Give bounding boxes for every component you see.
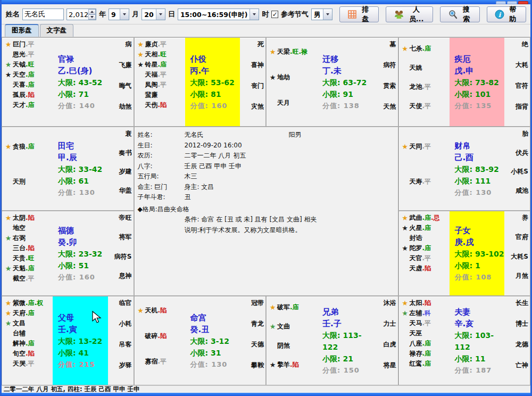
star-list: ★贪狼.庙天刑 — [2, 127, 53, 210]
star-name: 阴煞 — [277, 341, 290, 350]
green-star-icon: ★ — [4, 234, 13, 242]
toolbar: 姓名 2,012 年 9 月 20 日 15:00~16:59(申时) 时 ✓ … — [2, 4, 530, 24]
mouse-cursor — [92, 311, 103, 324]
star-name: 火星 — [410, 224, 422, 233]
maximize-button[interactable] — [507, 1, 517, 4]
star-rating: .庙 — [26, 101, 35, 110]
minor-limit: 小限: 21 — [322, 353, 372, 365]
palace-cell-chou[interactable]: ★天机.陷破碎.陷寡宿.平 命宫 癸.丑 大限: 3-12 小限: 31 分值:… — [134, 296, 267, 385]
palace-score: 分值: 130 — [58, 187, 108, 198]
star-entry: 天月 — [268, 98, 317, 108]
palace-cell-si[interactable]: ★巨门.平恩光.平★天钺.旺★天空.庙天喜.庙孤辰.陷天才.庙 官禄 乙.巳(身… — [2, 37, 134, 127]
palace-center: 迁移 丁.未 大限: 63-72 小限: 91 分值: 138 — [317, 38, 372, 126]
search-icon — [448, 10, 458, 19]
palace-score: 分值: 130 — [455, 187, 505, 198]
chevron-down-icon[interactable] — [250, 9, 259, 20]
palace-name: 田宅 — [58, 140, 108, 152]
star-entry: ★天相.旺 — [136, 50, 185, 60]
window-bottom-border — [2, 393, 530, 396]
gender-select[interactable]: 男 — [311, 9, 332, 20]
chevron-down-icon[interactable] — [156, 9, 165, 20]
palace-cell-you[interactable]: ★天同.平天寿.平 财帛 己.酉 大限: 83-92 小限: 111 分值: 1… — [398, 127, 531, 211]
corner-label: 墓 — [390, 40, 396, 49]
name-label: 姓名 — [6, 10, 20, 19]
star-name: 蜚廉 — [145, 90, 158, 100]
tab-graphic-chart[interactable]: 图形盘 — [5, 24, 39, 37]
corner-labels: 帝旺将军病符S息神 — [108, 211, 134, 295]
star-name: 天刑 — [13, 177, 26, 186]
star-list: ★天同.平天寿.平 — [399, 127, 450, 210]
star-name: 左辅 — [410, 309, 422, 318]
star-rating: .权 — [35, 299, 44, 308]
black-star-icon: ★ — [268, 73, 277, 81]
info-row: 姓名:无名氏阳男 — [138, 130, 397, 141]
info-icon: i — [495, 10, 504, 19]
palace-cell-wu[interactable]: ★廉贞.平★天相.旺★铃星.庙天福.平凤阁.平蜚廉天伤.陷 仆役 丙.午 大限:… — [134, 37, 267, 127]
chevron-down-icon[interactable] — [120, 9, 129, 20]
star-entry: ★地劫 — [268, 72, 317, 82]
minor-limit: 小限: 81 — [190, 88, 240, 100]
palace-center: 子女 庚.戌 大限: 93-102 小限: 1 分值: 108 — [450, 211, 505, 295]
minor-limit: 小限: 1 — [455, 260, 505, 271]
help-button[interactable]: i 帮助 — [487, 6, 526, 22]
star-name: 孤辰 — [13, 90, 26, 100]
chevron-down-icon[interactable] — [323, 9, 332, 20]
star-name: 破军 — [277, 303, 290, 312]
corner-label: 劫煞 — [119, 102, 132, 111]
hour-select[interactable]: 15:00~16:59(申时) — [178, 9, 259, 20]
palace-cell-shen[interactable]: ★七杀.庙天姚龙池.平天使.平 疾厄 戊.申 大限: 73-82 小限: 101… — [398, 37, 531, 127]
star-name: 解神 — [13, 339, 26, 348]
palace-stem-branch: 丁.未 — [322, 65, 372, 77]
year-value[interactable]: 2,012 — [67, 9, 88, 20]
month-select[interactable]: 9 — [109, 9, 129, 20]
star-entry: 地空 — [4, 223, 53, 233]
help-label: 帮助 — [508, 5, 518, 24]
palace-cell-chen[interactable]: ★贪狼.庙天刑 田宅 甲.辰 大限: 33-42 小限: 61 分值: 130 … — [2, 127, 134, 211]
info-value: 丑 — [185, 192, 289, 203]
minimize-button[interactable] — [496, 1, 506, 4]
renyuan-button[interactable]: 人员... — [386, 6, 433, 22]
star-rating: .庙 — [422, 213, 431, 222]
palace-cell-yin[interactable]: ★紫微.庙.权★天府.庙★文昌台辅解神.庙旬空.陷天哭.平 父母 壬.寅 大限:… — [2, 296, 134, 385]
info-row: 农历:二零一二年 八月 初五 — [138, 151, 397, 161]
corner-label: 病 — [126, 40, 132, 49]
status-text: 二零一二年 八月 初五, 四柱: 壬辰 己酉 甲申 壬申 — [4, 385, 140, 393]
star-rating: .庙 — [422, 224, 431, 233]
corner-labels: 沐浴力士白虎将星 — [372, 296, 398, 385]
day-select[interactable]: 20 — [142, 9, 165, 20]
star-rating: .庙 — [422, 339, 431, 348]
spinner-up-icon[interactable] — [88, 9, 96, 14]
gender-value: 男 — [312, 9, 323, 20]
corner-label: 咸池 — [516, 186, 528, 195]
corner-label: 华盖 — [119, 186, 132, 195]
black-star-icon: ★ — [401, 224, 410, 232]
star-entry: ★左辅.科 — [401, 308, 450, 318]
paipan-button[interactable]: 排盘 — [339, 6, 379, 22]
day-value: 20 — [142, 9, 155, 20]
palace-cell-zi[interactable]: ★破军.庙★文曲阴煞★擎羊.陷 兄弟 壬.子 大限: 113-122 小限: 2… — [266, 296, 398, 385]
month-value: 9 — [109, 9, 118, 20]
palace-center: 命宫 癸.丑 大限: 3-12 小限: 31 分值: 130 — [185, 296, 240, 385]
info-row: 五行局:木三 — [138, 171, 397, 182]
palace-cell-wei[interactable]: ★天梁.旺.禄★地劫天月 迁移 丁.未 大限: 63-72 小限: 91 分值:… — [266, 37, 398, 127]
star-entry: ★太阴.陷 — [4, 213, 53, 223]
tab-text-chart[interactable]: 文字盘 — [40, 24, 74, 37]
info-value: 2012-09-20 16:00 — [185, 141, 289, 151]
star-entry: 天才.庙 — [4, 100, 53, 110]
spinner-down-icon[interactable] — [88, 14, 96, 20]
corner-label: 小耗S — [511, 167, 528, 176]
year-spinner[interactable]: 2,012 — [66, 9, 96, 20]
corner-label: 贯索 — [384, 81, 396, 90]
name-input[interactable] — [22, 9, 64, 20]
search-button[interactable]: 搜索 — [440, 6, 479, 22]
palace-cell-xu[interactable]: ★武曲.庙.忌★火星.庙封诰★陀罗.庙天官.平天虚.陷 子女 庚.戌 大限: 9… — [398, 211, 531, 296]
close-button[interactable] — [518, 1, 528, 4]
star-list: ★武曲.庙.忌★火星.庙封诰★陀罗.庙天官.平天虚.陷 — [399, 211, 450, 295]
palace-cell-hai[interactable]: ★太阳.陷★左辅.科天马.平天巫八座.庙禄存.庙红鸾.庙 夫妻 辛.亥 大限: … — [398, 296, 531, 385]
star-entry: 凤阁.平 — [136, 80, 185, 90]
solar-term-checkbox[interactable]: ✓ — [271, 11, 278, 18]
palace-cell-mao[interactable]: ★太阴.陷地空★右弼三台.陷天贵.旺★天魁.庙截空.平 福德 癸.卯 大限: 2… — [2, 211, 134, 296]
star-list: ★太阳.陷★左辅.科天马.平天巫八座.庙禄存.庙红鸾.庙 — [399, 296, 450, 385]
corner-label: 病符S — [114, 252, 132, 261]
star-entry: 天贵.旺 — [4, 253, 53, 263]
